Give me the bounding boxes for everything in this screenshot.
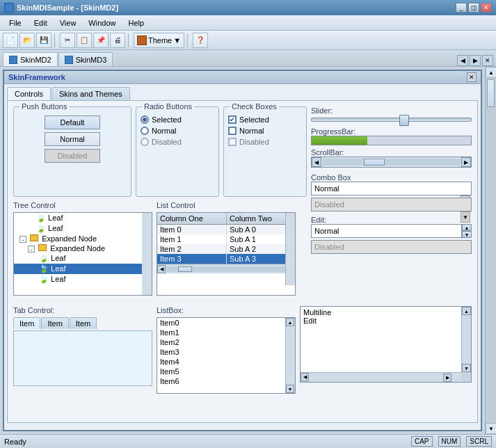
multiline-hscroll[interactable]: ◀ ▶ bbox=[301, 372, 461, 382]
menu-help[interactable]: Help bbox=[122, 17, 150, 29]
mdi-tab-skinmd2[interactable]: SkinMD2 bbox=[3, 52, 58, 66]
toolbar-paste[interactable]: 📌 bbox=[93, 33, 109, 48]
menu-edit[interactable]: Edit bbox=[28, 17, 54, 29]
slider-track[interactable] bbox=[311, 118, 472, 122]
menu-window[interactable]: Window bbox=[82, 17, 122, 29]
scrollbar-left-btn[interactable]: ◀ bbox=[312, 157, 321, 167]
listbox[interactable]: Item0 Item1 Item2 Item3 Item4 Item5 Item… bbox=[157, 317, 296, 394]
listbox-item-2[interactable]: Item2 bbox=[157, 337, 295, 347]
combobox-section: Combo Box Normal ▼ Disabled bbox=[311, 173, 472, 211]
list-hscroll[interactable]: ◀ ▶ bbox=[157, 264, 295, 273]
close-button[interactable]: ✕ bbox=[481, 3, 492, 13]
toolbar-open[interactable]: 📂 bbox=[19, 33, 35, 48]
scrollbar-right-btn[interactable]: ▶ bbox=[461, 157, 471, 167]
tree-item-4[interactable]: 🍃 Leaf bbox=[14, 253, 152, 264]
listbox-scrollbar[interactable]: ▲ ▼ bbox=[285, 318, 295, 393]
list-row-0[interactable]: Item 0 Sub A 0 bbox=[157, 225, 295, 234]
main-vertical-scrollbar[interactable]: ▲ ▼ bbox=[485, 67, 496, 434]
multiline-box[interactable]: Multiline Edit ▲ ▼ ◀ ▶ bbox=[300, 306, 472, 383]
tree-expand-3[interactable]: - bbox=[28, 246, 35, 253]
panel-close-button[interactable]: ✕ bbox=[467, 72, 477, 82]
edit-spin-down[interactable]: ▼ bbox=[462, 231, 472, 238]
minimize-button[interactable]: _ bbox=[456, 3, 467, 13]
maximize-button[interactable]: ◫ bbox=[468, 3, 479, 13]
theme-button[interactable]: Theme ▼ bbox=[134, 33, 184, 48]
toolbar-copy[interactable]: 📋 bbox=[77, 33, 92, 48]
tree-scrollbar[interactable] bbox=[142, 213, 152, 295]
list-hscroll-track[interactable] bbox=[166, 266, 286, 272]
list-vscroll[interactable] bbox=[285, 213, 295, 285]
list-row-2[interactable]: Item 2 Sub A 2 bbox=[157, 244, 295, 254]
check-normal[interactable]: Normal bbox=[228, 127, 302, 135]
radio-selected[interactable]: Selected bbox=[141, 115, 214, 124]
mdi-nav-right[interactable]: ▶ bbox=[470, 55, 481, 66]
tree-item-5[interactable]: 🍃 Leaf bbox=[14, 264, 152, 274]
menu-view[interactable]: View bbox=[54, 17, 83, 29]
multiline-vscroll-down[interactable]: ▼ bbox=[462, 364, 471, 372]
multiline-vscroll-up[interactable]: ▲ bbox=[462, 307, 471, 315]
tree-leaf-icon-4: 🍃 bbox=[39, 254, 49, 262]
tab-controls[interactable]: Controls bbox=[7, 87, 51, 100]
status-bar: Ready CAP NUM SCRL bbox=[0, 434, 496, 448]
combo-normal[interactable]: Normal bbox=[311, 182, 472, 195]
toolbar-new[interactable]: 📄 bbox=[3, 33, 18, 48]
multiline-vscroll[interactable]: ▲ ▼ bbox=[461, 307, 471, 372]
normal-button[interactable]: Normal bbox=[45, 132, 100, 146]
listbox-scroll-down[interactable]: ▼ bbox=[286, 385, 294, 393]
tree-expand-2[interactable]: - bbox=[19, 236, 26, 243]
mdi-tab-skinmd3[interactable]: SkinMD3 bbox=[58, 52, 113, 66]
tab-item-2[interactable]: Item bbox=[70, 317, 97, 329]
listbox-item-5[interactable]: Item5 bbox=[157, 367, 295, 376]
main-scroll-down[interactable]: ▼ bbox=[486, 423, 496, 434]
radio-normal[interactable]: Normal bbox=[141, 127, 214, 135]
window-title: SkinMDISample - [SkinMD2] bbox=[17, 3, 118, 12]
listbox-scroll-up[interactable]: ▲ bbox=[286, 318, 294, 326]
tree-folder-icon-3 bbox=[38, 244, 47, 251]
list-row-1[interactable]: Item 1 Sub A 1 bbox=[157, 234, 295, 244]
listbox-item-1[interactable]: Item1 bbox=[157, 328, 295, 337]
toolbar-save[interactable]: 💾 bbox=[36, 33, 51, 48]
main-scroll-up[interactable]: ▲ bbox=[486, 67, 496, 78]
edit-normal-input[interactable]: Normal bbox=[311, 224, 462, 238]
scrollbar-track[interactable] bbox=[322, 159, 461, 166]
edit-spin-up[interactable]: ▲ bbox=[462, 224, 472, 231]
tree-box[interactable]: 🍃 Leaf 🍃 Leaf - Expanded Node bbox=[13, 212, 152, 296]
list-row-3[interactable]: Item 3 Sub A 3 bbox=[157, 254, 295, 264]
list-box[interactable]: Column One Column Two Item 0 Sub A 0 Ite… bbox=[157, 212, 296, 296]
mdi-nav-left[interactable]: ◀ bbox=[457, 55, 468, 66]
toolbar-cut[interactable]: ✂ bbox=[60, 33, 75, 48]
list-cell-2-0: Item 2 bbox=[157, 244, 227, 254]
check-selected[interactable]: ✔ Selected bbox=[228, 115, 302, 124]
listbox-item-4[interactable]: Item4 bbox=[157, 357, 295, 367]
listbox-item-6[interactable]: Item6 bbox=[157, 376, 295, 386]
horizontal-scrollbar[interactable]: ◀ ▶ bbox=[311, 157, 472, 168]
list-hscroll-thumb[interactable] bbox=[178, 266, 192, 272]
multiline-hscroll-left[interactable]: ◀ bbox=[301, 373, 309, 381]
main-scroll-track[interactable] bbox=[486, 78, 496, 423]
list-hscroll-left[interactable]: ◀ bbox=[157, 265, 166, 273]
toolbar-help[interactable]: ❓ bbox=[193, 33, 208, 48]
tab-item-0[interactable]: Item bbox=[13, 317, 40, 329]
progress-fill bbox=[312, 136, 367, 145]
tree-item-2[interactable]: - Expanded Node bbox=[14, 234, 152, 243]
tree-item-1[interactable]: 🍃 Leaf bbox=[14, 223, 152, 234]
slider-thumb[interactable] bbox=[399, 115, 409, 126]
multiline-hscroll-right[interactable]: ▶ bbox=[443, 374, 451, 382]
main-scroll-thumb[interactable] bbox=[487, 79, 495, 107]
list-label: List Control bbox=[157, 201, 296, 209]
tree-item-0[interactable]: 🍃 Leaf bbox=[14, 213, 152, 223]
tab-item-1[interactable]: Item bbox=[41, 317, 68, 329]
listbox-item-3[interactable]: Item3 bbox=[157, 347, 295, 357]
tab-skins-themes[interactable]: Skins and Themes bbox=[51, 87, 130, 100]
default-button[interactable]: Default bbox=[45, 115, 100, 129]
scrollbar-thumb[interactable] bbox=[364, 159, 385, 166]
toolbar-print[interactable]: 🖨 bbox=[110, 33, 125, 48]
tree-item-3[interactable]: - Expanded Node bbox=[14, 243, 152, 253]
list-col-1[interactable]: Column One bbox=[157, 213, 227, 224]
mdi-nav-close[interactable]: ✕ bbox=[482, 55, 493, 66]
mdi-tab-icon-2 bbox=[65, 56, 73, 64]
listbox-item-0[interactable]: Item0 bbox=[157, 318, 295, 328]
menu-file[interactable]: File bbox=[3, 17, 28, 29]
tree-item-6[interactable]: 🍃 Leaf bbox=[14, 274, 152, 285]
radio-circle-disabled bbox=[141, 138, 149, 146]
